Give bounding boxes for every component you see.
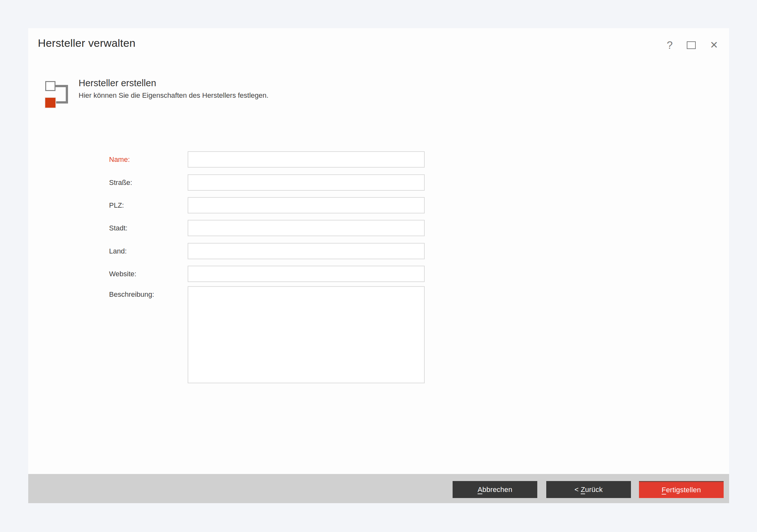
- land-input[interactable]: [188, 243, 425, 259]
- window-title: Hersteller verwalten: [38, 36, 136, 50]
- plz-input[interactable]: [188, 197, 425, 213]
- maximize-button[interactable]: [687, 42, 696, 49]
- plz-label: PLZ:: [109, 197, 186, 213]
- maximize-icon: [687, 42, 696, 49]
- close-button[interactable]: ✕: [710, 40, 718, 50]
- step-subheading: Hier können Sie die Eigenschaften des He…: [78, 91, 268, 100]
- strasse-input[interactable]: [188, 174, 425, 191]
- fertigstellen-label-rest: ertigstellen: [666, 486, 701, 494]
- land-label: Land:: [109, 243, 186, 259]
- stadt-input[interactable]: [188, 220, 425, 236]
- wizard-icon-child-square: [45, 98, 55, 108]
- zurueck-label-mnemonic: Z: [581, 486, 585, 494]
- name-label: Name:: [109, 151, 186, 168]
- strasse-label: Straße:: [109, 174, 186, 191]
- help-icon: ?: [667, 40, 673, 50]
- zurueck-label-pre: <: [574, 486, 581, 494]
- zurueck-label-rest: urück: [585, 486, 603, 494]
- website-input[interactable]: [188, 266, 425, 282]
- zurueck-button[interactable]: < Zurück: [546, 481, 631, 498]
- abbrechen-label-mnemonic: A: [478, 486, 482, 494]
- website-label: Website:: [109, 266, 186, 282]
- wizard-icon-parent-square: [45, 81, 55, 91]
- wizard-hierarchy-icon: [55, 85, 68, 103]
- stadt-label: Stadt:: [109, 220, 186, 236]
- name-input[interactable]: [188, 151, 425, 168]
- abbrechen-label-rest: bbrechen: [482, 486, 512, 494]
- fertigstellen-button[interactable]: Fertigstellen: [639, 481, 724, 498]
- beschreibung-label: Beschreibung:: [109, 286, 186, 302]
- fertigstellen-label-mnemonic: F: [662, 486, 666, 494]
- step-heading: Hersteller erstellen: [78, 77, 156, 89]
- dialog-window: Hersteller verwalten ? ✕ Hersteller erst…: [28, 28, 729, 503]
- abbrechen-button[interactable]: Abbrechen: [453, 481, 537, 498]
- close-icon: ✕: [710, 40, 718, 50]
- beschreibung-textarea[interactable]: [188, 286, 425, 383]
- window-controls: ? ✕: [667, 40, 718, 50]
- help-button[interactable]: ?: [667, 40, 673, 50]
